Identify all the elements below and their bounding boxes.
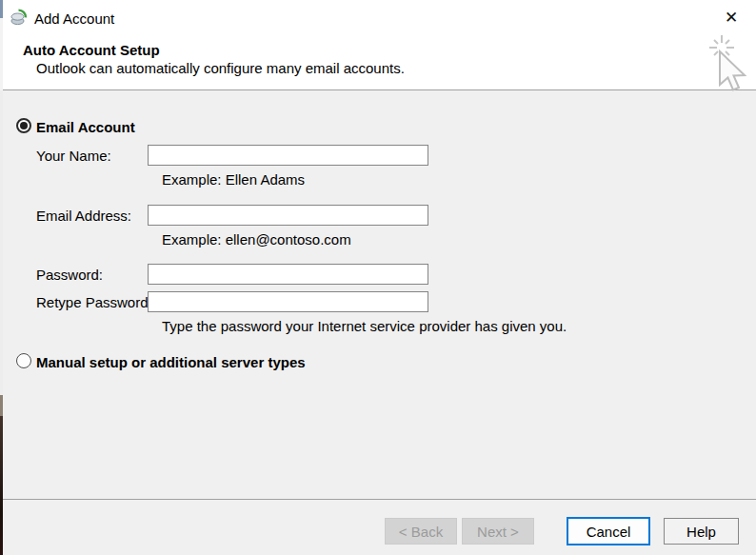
password-note: Type the password your Internet service … bbox=[162, 318, 567, 334]
add-account-dialog: Add Account ✕ Auto Account Setup Outlook… bbox=[0, 0, 756, 555]
your-name-label: Your Name: bbox=[36, 148, 111, 164]
dialog-header: Add Account ✕ Auto Account Setup Outlook… bbox=[0, 0, 756, 90]
help-button[interactable]: Help bbox=[664, 518, 739, 545]
manual-setup-radio[interactable] bbox=[16, 353, 31, 368]
desktop-edge-strip bbox=[0, 0, 3, 555]
your-name-input[interactable] bbox=[148, 145, 428, 166]
email-account-radio[interactable] bbox=[16, 118, 31, 133]
password-label: Password: bbox=[36, 267, 103, 283]
outlook-account-icon bbox=[10, 9, 28, 27]
page-subtitle: Outlook can automatically configure many… bbox=[36, 60, 405, 76]
your-name-example: Example: Ellen Adams bbox=[162, 171, 305, 188]
retype-password-input[interactable] bbox=[148, 291, 428, 312]
next-button[interactable]: Next > bbox=[462, 518, 534, 545]
window-title: Add Account bbox=[34, 10, 114, 27]
retype-password-label: Retype Password: bbox=[36, 294, 152, 310]
cancel-button[interactable]: Cancel bbox=[567, 517, 650, 545]
footer-separator bbox=[0, 499, 756, 500]
manual-setup-radio-label[interactable]: Manual setup or additional server types bbox=[36, 354, 306, 370]
email-address-input[interactable] bbox=[148, 205, 428, 226]
close-icon[interactable]: ✕ bbox=[720, 6, 743, 29]
email-address-example: Example: ellen@contoso.com bbox=[162, 231, 351, 248]
back-button[interactable]: < Back bbox=[385, 518, 457, 545]
email-account-radio-label[interactable]: Email Account bbox=[36, 119, 135, 135]
email-address-label: Email Address: bbox=[36, 208, 131, 224]
page-title: Auto Account Setup bbox=[23, 42, 160, 58]
password-input[interactable] bbox=[148, 264, 428, 285]
working-in-background-cursor bbox=[690, 33, 756, 95]
